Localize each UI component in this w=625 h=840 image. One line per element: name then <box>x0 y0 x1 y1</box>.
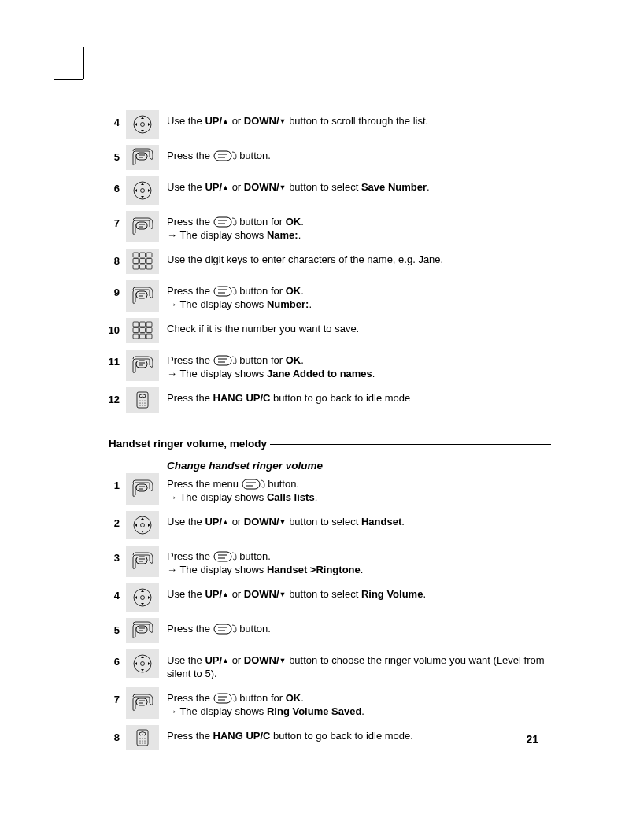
hangup-button-icon <box>131 727 154 749</box>
step-icon-cell <box>126 350 159 381</box>
nav-button-icon <box>131 113 154 135</box>
menu-button-icon <box>213 624 237 635</box>
menu-button-icon <box>213 216 237 228</box>
instruction-step: 12 Press the HANG UP/C button to go back… <box>94 387 551 413</box>
step-text: Use the UP/ or DOWN/ button to scroll th… <box>159 110 551 128</box>
menu-button-icon <box>131 692 154 714</box>
menu-button-icon <box>131 354 154 376</box>
step-text: Use the UP/ or DOWN/ button to select Ri… <box>159 583 551 601</box>
menu-button-icon <box>213 286 237 297</box>
step-text: Press the button for OK.→ The display sh… <box>159 280 551 312</box>
instruction-step: 10 Check if it is the number you want to… <box>94 318 551 343</box>
step-number: 5 <box>94 618 126 636</box>
section-subheading: Change handset ringer volume <box>167 460 551 472</box>
step-number: 7 <box>94 687 126 705</box>
step-number: 8 <box>94 249 126 267</box>
menu-button-icon <box>213 150 237 161</box>
menu-button-icon <box>213 551 237 562</box>
step-icon-cell <box>126 618 159 643</box>
step-number: 3 <box>94 546 126 564</box>
step-number: 2 <box>94 511 126 529</box>
instruction-step: 11 Press the button for OK.→ The display… <box>94 350 551 381</box>
step-text: Press the HANG UP/C button to go back to… <box>159 387 551 405</box>
hangup-button-icon <box>131 389 154 411</box>
instruction-step: 1 Press the menu button.→ The display sh… <box>94 473 551 505</box>
instruction-list-2: 1 Press the menu button.→ The display sh… <box>94 473 551 750</box>
section-heading: Handset ringer volume, melody <box>102 438 270 450</box>
step-icon-cell <box>126 145 159 170</box>
step-text: Press the HANG UP/C button to go back to… <box>159 725 551 743</box>
step-number: 10 <box>94 318 126 336</box>
nav-button-icon <box>131 514 154 536</box>
step-text: Press the button for OK.→ The display sh… <box>159 350 551 381</box>
step-number: 11 <box>94 350 126 368</box>
instruction-step: 8 Press the HANG UP/C button to go back … <box>94 725 551 750</box>
step-icon-cell <box>126 473 159 505</box>
step-number: 7 <box>94 211 126 229</box>
step-text: Use the UP/ or DOWN/ button to choose th… <box>159 649 551 681</box>
menu-button-icon <box>131 285 154 307</box>
step-text: Use the UP/ or DOWN/ button to select Sa… <box>159 176 551 194</box>
step-number: 4 <box>94 583 126 601</box>
menu-button-icon <box>131 550 154 572</box>
step-number: 6 <box>94 176 126 194</box>
keypad-icon <box>131 320 154 342</box>
menu-button-icon <box>213 693 237 704</box>
step-icon-cell <box>126 176 159 205</box>
step-icon-cell <box>126 511 159 539</box>
menu-button-icon <box>213 355 237 366</box>
page-content: 4 Use the UP/ or DOWN/ button to scroll … <box>94 110 551 757</box>
crop-mark-vertical <box>83 47 84 79</box>
nav-button-icon <box>131 179 154 202</box>
step-text: Press the button. <box>159 145 551 163</box>
instruction-step: 6 Use the UP/ or DOWN/ button to choose … <box>94 649 551 681</box>
step-icon-cell <box>126 725 159 750</box>
instruction-step: 8 Use the digit keys to enter characters… <box>94 249 551 274</box>
result-arrow-icon: → <box>167 298 177 310</box>
step-text: Use the digit keys to enter characters o… <box>159 249 551 267</box>
step-icon-cell <box>126 687 159 719</box>
step-text: Check if it is the number you want to sa… <box>159 318 551 336</box>
step-icon-cell <box>126 583 159 612</box>
step-icon-cell <box>126 318 159 343</box>
result-arrow-icon: → <box>167 368 177 379</box>
step-number: 12 <box>94 387 126 405</box>
step-number: 4 <box>94 110 126 128</box>
step-text: Press the menu button.→ The display show… <box>159 473 551 505</box>
result-arrow-icon: → <box>167 564 177 575</box>
step-number: 9 <box>94 280 126 298</box>
instruction-step: 7 Press the button for OK.→ The display … <box>94 211 551 242</box>
menu-button-icon <box>242 479 265 490</box>
keypad-icon <box>131 250 154 272</box>
section-divider: Handset ringer volume, melody <box>102 444 551 457</box>
step-number: 6 <box>94 649 126 668</box>
instruction-step: 7 Press the button for OK.→ The display … <box>94 687 551 719</box>
step-text: Press the button for OK.→ The display sh… <box>159 211 551 242</box>
instruction-step: 5 Press the button. <box>94 145 551 170</box>
result-arrow-icon: → <box>167 491 177 503</box>
menu-button-icon <box>131 620 154 642</box>
step-number: 5 <box>94 145 126 163</box>
instruction-list-1: 4 Use the UP/ or DOWN/ button to scroll … <box>94 110 551 413</box>
instruction-step: 3 Press the button.→ The display shows H… <box>94 546 551 577</box>
step-icon-cell <box>126 211 159 242</box>
menu-button-icon <box>131 216 154 238</box>
nav-button-icon <box>131 587 154 609</box>
instruction-step: 4 Use the UP/ or DOWN/ button to select … <box>94 583 551 612</box>
menu-button-icon <box>131 146 154 168</box>
instruction-step: 2 Use the UP/ or DOWN/ button to select … <box>94 511 551 539</box>
result-arrow-icon: → <box>167 229 177 241</box>
step-text: Use the UP/ or DOWN/ button to select Ha… <box>159 511 551 529</box>
step-icon-cell <box>126 110 159 139</box>
step-text: Press the button for OK.→ The display sh… <box>159 687 551 719</box>
step-text: Press the button.→ The display shows Han… <box>159 546 551 577</box>
nav-button-icon <box>131 653 154 675</box>
step-icon-cell <box>126 280 159 312</box>
result-arrow-icon: → <box>167 705 177 717</box>
step-icon-cell <box>126 387 159 413</box>
step-text: Press the button. <box>159 618 551 636</box>
instruction-step: 4 Use the UP/ or DOWN/ button to scroll … <box>94 110 551 139</box>
step-number: 1 <box>94 473 126 491</box>
step-number: 8 <box>94 725 126 743</box>
crop-mark-horizontal <box>54 79 83 80</box>
